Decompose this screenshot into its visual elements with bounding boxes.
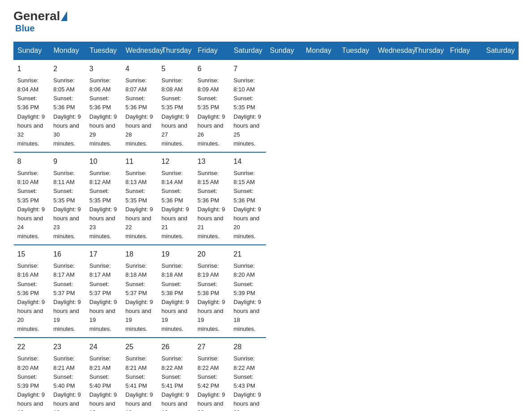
calendar-cell: 16 Sunrise: 8:17 AMSunset: 5:37 PMDaylig…	[50, 245, 86, 338]
day-info: Sunrise: 8:19 AMSunset: 5:38 PMDaylight:…	[197, 261, 227, 334]
col-header-saturday: Saturday	[482, 42, 519, 60]
header-thursday: Thursday	[158, 42, 194, 60]
col-header-monday: Monday	[302, 42, 339, 60]
day-info: Sunrise: 8:21 AMSunset: 5:41 PMDaylight:…	[125, 354, 154, 411]
day-info: Sunrise: 8:06 AMSunset: 5:36 PMDaylight:…	[90, 76, 119, 148]
calendar-cell: 18 Sunrise: 8:18 AMSunset: 5:37 PMDaylig…	[122, 245, 158, 338]
calendar-cell: 21 Sunrise: 8:20 AMSunset: 5:39 PMDaylig…	[230, 245, 266, 338]
calendar-cell: 25 Sunrise: 8:21 AMSunset: 5:41 PMDaylig…	[122, 338, 158, 411]
day-number: 18	[125, 249, 154, 260]
calendar-cell: 23 Sunrise: 8:21 AMSunset: 5:40 PMDaylig…	[50, 338, 86, 411]
day-info: Sunrise: 8:16 AMSunset: 5:36 PMDaylight:…	[17, 261, 47, 334]
calendar-cell: 13 Sunrise: 8:15 AMSunset: 5:36 PMDaylig…	[194, 152, 230, 245]
header-wednesday: Wednesday	[122, 42, 158, 60]
col-header-friday: Friday	[446, 42, 483, 60]
logo-arrow-icon	[61, 11, 67, 21]
calendar-cell: 2 Sunrise: 8:05 AMSunset: 5:36 PMDayligh…	[50, 60, 86, 152]
day-info: Sunrise: 8:15 AMSunset: 5:36 PMDaylight:…	[234, 169, 263, 241]
day-info: Sunrise: 8:13 AMSunset: 5:35 PMDaylight:…	[125, 169, 154, 241]
day-info: Sunrise: 8:22 AMSunset: 5:41 PMDaylight:…	[162, 354, 191, 411]
day-number: 25	[125, 342, 154, 352]
day-number: 16	[53, 249, 82, 260]
day-info: Sunrise: 8:10 AMSunset: 5:35 PMDaylight:…	[17, 169, 47, 241]
calendar-header-row: SundayMondayTuesdayWednesdayThursdayFrid…	[14, 42, 519, 60]
calendar-week-row: 1 Sunrise: 8:04 AMSunset: 5:36 PMDayligh…	[14, 60, 519, 152]
day-info: Sunrise: 8:12 AMSunset: 5:35 PMDaylight:…	[90, 169, 119, 241]
col-header-sunday: Sunday	[266, 42, 302, 60]
day-number: 7	[234, 64, 263, 74]
calendar-cell: 8 Sunrise: 8:10 AMSunset: 5:35 PMDayligh…	[14, 152, 50, 245]
day-number: 21	[234, 249, 263, 260]
header-sunday: Sunday	[14, 42, 50, 60]
day-info: Sunrise: 8:10 AMSunset: 5:35 PMDaylight:…	[234, 76, 263, 148]
header-saturday: Saturday	[230, 42, 266, 60]
day-number: 8	[17, 156, 47, 167]
day-number: 20	[197, 249, 227, 260]
day-info: Sunrise: 8:05 AMSunset: 5:36 PMDaylight:…	[53, 76, 82, 148]
day-info: Sunrise: 8:21 AMSunset: 5:40 PMDaylight:…	[53, 354, 82, 411]
day-info: Sunrise: 8:08 AMSunset: 5:35 PMDaylight:…	[162, 76, 191, 148]
calendar-cell: 11 Sunrise: 8:13 AMSunset: 5:35 PMDaylig…	[122, 152, 158, 245]
day-info: Sunrise: 8:17 AMSunset: 5:37 PMDaylight:…	[90, 261, 119, 334]
calendar-cell: 28 Sunrise: 8:22 AMSunset: 5:43 PMDaylig…	[230, 338, 266, 411]
day-number: 3	[90, 64, 119, 74]
day-number: 4	[125, 64, 154, 74]
calendar-cell: 26 Sunrise: 8:22 AMSunset: 5:41 PMDaylig…	[158, 338, 194, 411]
calendar-cell: 19 Sunrise: 8:18 AMSunset: 5:38 PMDaylig…	[158, 245, 194, 338]
calendar-cell: 27 Sunrise: 8:22 AMSunset: 5:42 PMDaylig…	[194, 338, 230, 411]
header-tuesday: Tuesday	[86, 42, 122, 60]
calendar-table: SundayMondayTuesdayWednesdayThursdayFrid…	[13, 42, 519, 411]
calendar-cell: 20 Sunrise: 8:19 AMSunset: 5:38 PMDaylig…	[194, 245, 230, 338]
calendar-cell: 4 Sunrise: 8:07 AMSunset: 5:36 PMDayligh…	[122, 60, 158, 152]
calendar-cell: 5 Sunrise: 8:08 AMSunset: 5:35 PMDayligh…	[158, 60, 194, 152]
day-number: 2	[53, 64, 82, 74]
day-info: Sunrise: 8:21 AMSunset: 5:40 PMDaylight:…	[90, 354, 119, 411]
day-info: Sunrise: 8:11 AMSunset: 5:35 PMDaylight:…	[53, 169, 82, 241]
day-info: Sunrise: 8:14 AMSunset: 5:36 PMDaylight:…	[162, 169, 191, 241]
calendar-cell: 17 Sunrise: 8:17 AMSunset: 5:37 PMDaylig…	[86, 245, 122, 338]
day-number: 28	[234, 342, 263, 352]
calendar-cell: 14 Sunrise: 8:15 AMSunset: 5:36 PMDaylig…	[230, 152, 266, 245]
calendar-cell: 22 Sunrise: 8:20 AMSunset: 5:39 PMDaylig…	[14, 338, 50, 411]
calendar-cell: 3 Sunrise: 8:06 AMSunset: 5:36 PMDayligh…	[86, 60, 122, 152]
day-number: 10	[90, 156, 119, 167]
day-number: 9	[53, 156, 82, 167]
calendar-cell: 24 Sunrise: 8:21 AMSunset: 5:40 PMDaylig…	[86, 338, 122, 411]
day-number: 27	[197, 342, 227, 352]
calendar-cell: 6 Sunrise: 8:09 AMSunset: 5:35 PMDayligh…	[194, 60, 230, 152]
day-number: 13	[197, 156, 227, 167]
day-info: Sunrise: 8:22 AMSunset: 5:43 PMDaylight:…	[234, 354, 263, 411]
day-info: Sunrise: 8:15 AMSunset: 5:36 PMDaylight:…	[197, 169, 227, 241]
calendar-week-row: 15 Sunrise: 8:16 AMSunset: 5:36 PMDaylig…	[14, 245, 519, 338]
day-number: 15	[17, 249, 47, 260]
calendar-cell: 7 Sunrise: 8:10 AMSunset: 5:35 PMDayligh…	[230, 60, 266, 152]
day-number: 6	[197, 64, 227, 74]
day-number: 12	[162, 156, 191, 167]
calendar-cell: 9 Sunrise: 8:11 AMSunset: 5:35 PMDayligh…	[50, 152, 86, 245]
page-header: General Blue	[13, 9, 519, 34]
calendar-cell: 1 Sunrise: 8:04 AMSunset: 5:36 PMDayligh…	[14, 60, 50, 152]
day-number: 14	[234, 156, 263, 167]
day-number: 17	[90, 249, 119, 260]
day-info: Sunrise: 8:17 AMSunset: 5:37 PMDaylight:…	[53, 261, 82, 334]
col-header-wednesday: Wednesday	[374, 42, 411, 60]
day-info: Sunrise: 8:07 AMSunset: 5:36 PMDaylight:…	[125, 76, 154, 148]
day-info: Sunrise: 8:22 AMSunset: 5:42 PMDaylight:…	[197, 354, 227, 411]
calendar-week-row: 8 Sunrise: 8:10 AMSunset: 5:35 PMDayligh…	[14, 152, 519, 245]
calendar-week-row: 22 Sunrise: 8:20 AMSunset: 5:39 PMDaylig…	[14, 338, 519, 411]
day-info: Sunrise: 8:04 AMSunset: 5:36 PMDaylight:…	[17, 76, 47, 148]
calendar-cell: 12 Sunrise: 8:14 AMSunset: 5:36 PMDaylig…	[158, 152, 194, 245]
day-info: Sunrise: 8:18 AMSunset: 5:38 PMDaylight:…	[162, 261, 191, 334]
day-number: 26	[162, 342, 191, 352]
day-info: Sunrise: 8:18 AMSunset: 5:37 PMDaylight:…	[125, 261, 154, 334]
day-number: 23	[53, 342, 82, 352]
day-info: Sunrise: 8:20 AMSunset: 5:39 PMDaylight:…	[17, 354, 47, 411]
logo-general-text: General	[13, 9, 60, 23]
day-info: Sunrise: 8:09 AMSunset: 5:35 PMDaylight:…	[197, 76, 227, 148]
calendar-cell: 10 Sunrise: 8:12 AMSunset: 5:35 PMDaylig…	[86, 152, 122, 245]
header-friday: Friday	[194, 42, 230, 60]
calendar-cell: 15 Sunrise: 8:16 AMSunset: 5:36 PMDaylig…	[14, 245, 50, 338]
day-number: 1	[17, 64, 47, 74]
header-monday: Monday	[50, 42, 86, 60]
day-info: Sunrise: 8:20 AMSunset: 5:39 PMDaylight:…	[234, 261, 263, 334]
